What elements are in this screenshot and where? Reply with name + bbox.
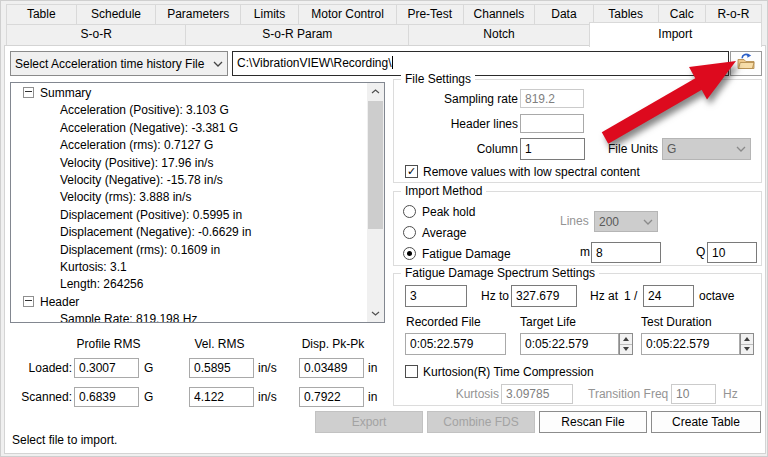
tree-item[interactable]: Length: 264256 [11,276,366,293]
tree-item[interactable]: Velocity (Positive): 17.96 in/s [11,155,366,172]
header-lines-label: Header lines [398,117,518,131]
fatigue-damage-radio[interactable] [403,247,416,260]
scanned-profile-input[interactable] [74,387,139,407]
remove-low-spectral-checkbox[interactable]: ✓ [405,165,418,178]
tree-item[interactable]: Kurtosis: 3.1 [11,259,366,276]
tree-item[interactable]: Acceleration (rms): 0.7127 G [11,137,366,154]
m-input[interactable] [591,242,661,263]
kurtosis-input[interactable] [501,384,573,404]
text-caret [392,56,393,69]
tab-motor-control[interactable]: Motor Control [298,4,397,25]
file-type-dropdown[interactable]: Select Acceleration time history File [10,51,228,76]
kurtosion-label: Kurtosion(R) Time Compression [423,365,594,379]
tree-item[interactable]: Sample Rate: 819.198 Hz [11,311,366,322]
test-duration-stepper[interactable] [740,333,754,355]
octave-fraction-input[interactable] [643,285,694,307]
lines-label: Lines [560,214,589,228]
sampling-rate-input[interactable] [520,89,584,108]
loaded-profile-unit: G [144,361,153,375]
target-life-label: Target Life [520,315,576,329]
lines-dropdown[interactable]: 200 [594,211,658,232]
tree-item[interactable]: Velocity (rms): 3.888 in/s [11,189,366,206]
loaded-profile-input[interactable] [74,358,139,378]
tree-scrollbar[interactable] [367,83,384,322]
header-lines-input[interactable] [520,114,584,133]
tab-table[interactable]: Table [6,4,77,25]
tree-item[interactable]: Displacement (Positive): 0.5995 in [11,207,366,224]
loaded-vel-unit: in/s [258,361,277,375]
tree-item[interactable]: Displacement (Negative): -0.6629 in [11,224,366,241]
freq-to-input[interactable] [511,285,577,307]
export-button[interactable]: Export [315,411,423,433]
group-title: File Settings [401,72,475,86]
file-path-input[interactable]: C:\VibrationVIEW\Recording\ [232,51,729,76]
tree-item[interactable]: Velocity (Negative): -15.78 in/s [11,172,366,189]
scroll-down-icon[interactable] [367,305,384,322]
scroll-up-icon[interactable] [367,83,384,100]
recorded-file-input[interactable] [405,333,506,355]
scanned-disp-input[interactable] [299,387,364,407]
chevron-down-icon [643,219,653,225]
tab-data[interactable]: Data [534,4,593,25]
tab-import[interactable]: Import [589,22,762,47]
tab-parameters[interactable]: Parameters [155,4,240,25]
loaded-vel-input[interactable] [189,358,254,378]
peak-hold-radio[interactable] [403,205,416,218]
tree-item[interactable]: Acceleration (Negative): -3.381 G [11,120,366,137]
tree-item[interactable]: Displacement (rms): 0.1609 in [11,242,366,259]
scrollbar-thumb[interactable] [368,101,383,229]
tab-channels[interactable]: Channels [463,4,536,25]
collapse-minus-icon[interactable] [23,296,34,307]
target-life-stepper[interactable] [619,333,633,355]
target-life-input[interactable] [520,333,619,355]
tree-item[interactable]: Acceleration (Positive): 3.103 G [11,102,366,119]
recorded-file-label: Recorded File [406,315,481,329]
step-up-icon[interactable] [620,334,632,345]
tree-node-header[interactable]: Header [11,294,366,311]
kurtosion-checkbox[interactable] [405,365,418,378]
file-units-value: G [667,142,736,156]
fatigue-damage-label: Fatigue Damage [422,247,511,261]
remove-low-spectral-label: Remove values with low spectral content [423,165,640,179]
step-down-icon[interactable] [620,345,632,355]
create-table-button[interactable]: Create Table [651,411,761,433]
vel-rms-header: Vel. RMS [187,337,252,351]
collapse-minus-icon[interactable] [23,87,34,98]
tab-s-o-r[interactable]: S-o-R [6,24,186,46]
file-summary-tree[interactable]: Summary Acceleration (Positive): 3.103 G… [10,82,385,323]
tab-schedule[interactable]: Schedule [76,4,157,25]
q-input[interactable] [707,242,757,263]
import-pane: Select Acceleration time history File C:… [4,45,766,454]
scanned-disp-unit: in [368,390,377,404]
test-duration-input[interactable] [641,333,740,355]
loaded-disp-input[interactable] [299,358,364,378]
transition-freq-label: Transition Freq [588,387,668,401]
combine-fds-button[interactable]: Combine FDS [427,411,535,433]
loaded-disp-unit: in [368,361,377,375]
profile-rms-header: Profile RMS [71,337,146,351]
scanned-vel-input[interactable] [189,387,254,407]
tree-rows: Summary Acceleration (Positive): 3.103 G… [11,85,366,322]
tab-limits[interactable]: Limits [240,4,299,25]
step-down-icon[interactable] [741,345,753,355]
browse-file-button[interactable] [730,51,762,76]
scanned-vel-unit: in/s [258,390,277,404]
average-radio[interactable] [403,226,416,239]
file-units-dropdown[interactable]: G [662,138,751,160]
transition-freq-input[interactable] [671,384,716,404]
rescan-file-button[interactable]: Rescan File [539,411,647,433]
average-label: Average [422,226,466,240]
tab-s-o-r-param[interactable]: S-o-R Param [185,24,409,46]
tab-pre-test[interactable]: Pre-Test [396,4,464,25]
file-path-value: C:\VibrationVIEW\Recording\ [237,56,392,70]
status-text: Select file to import. [12,433,117,447]
tab-notch[interactable]: Notch [408,24,589,46]
disp-pkpk-header: Disp. Pk-Pk [297,337,369,351]
column-input[interactable] [520,138,585,160]
fraction-label: 1 / [624,289,637,303]
tree-node-summary[interactable]: Summary [11,85,366,102]
import-method-group: Import Method Peak hold Average Fatigue … [393,191,762,266]
step-up-icon[interactable] [741,334,753,345]
freq-from-input[interactable] [405,285,467,307]
q-label: Q [696,245,705,259]
